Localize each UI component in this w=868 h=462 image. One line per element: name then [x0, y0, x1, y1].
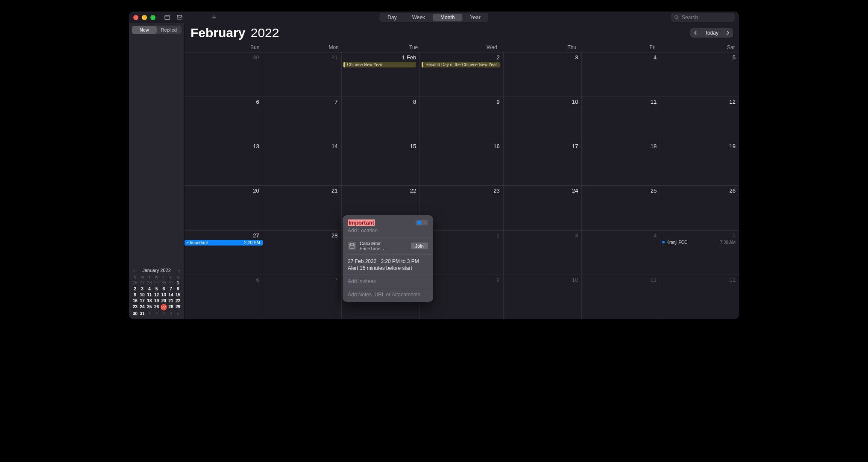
- timed-event[interactable]: • Important2:20 PM: [185, 240, 263, 246]
- event-title-input[interactable]: Important: [348, 219, 375, 226]
- mini-day-cell[interactable]: 2: [153, 311, 160, 316]
- mini-day-cell[interactable]: 18: [146, 298, 153, 304]
- mini-day-cell[interactable]: 12: [153, 292, 160, 298]
- join-button[interactable]: Join: [411, 243, 428, 249]
- calendar-picker[interactable]: ⌄: [416, 220, 428, 225]
- mini-day-cell[interactable]: 25: [146, 304, 153, 310]
- date-time-section[interactable]: 27 Feb 2022 2:20 PM to 3 PM Alert 15 min…: [343, 255, 433, 275]
- mini-day-cell[interactable]: 3: [139, 286, 146, 292]
- day-cell[interactable]: 26: [660, 185, 739, 230]
- mini-day-cell[interactable]: 17: [139, 298, 146, 304]
- calendar-list-icon[interactable]: [164, 14, 170, 20]
- mini-day-cell[interactable]: 4: [167, 311, 175, 316]
- day-cell[interactable]: 12: [660, 96, 739, 141]
- search-field[interactable]: [671, 13, 735, 22]
- view-year[interactable]: Year: [462, 14, 488, 21]
- inbox-icon[interactable]: [176, 14, 183, 20]
- day-cell[interactable]: 8: [342, 96, 420, 141]
- mini-next-button[interactable]: ›: [177, 268, 182, 273]
- mini-day-cell[interactable]: 19: [153, 298, 160, 304]
- mini-day-cell[interactable]: 4: [146, 286, 153, 292]
- allday-event[interactable]: Chinese New Year: [343, 62, 416, 67]
- day-cell[interactable]: 12: [660, 275, 739, 319]
- day-cell[interactable]: 6: [185, 275, 263, 319]
- mini-day-cell[interactable]: 28: [146, 280, 153, 286]
- next-month-button[interactable]: [723, 30, 733, 36]
- mini-day-cell[interactable]: 1: [146, 311, 153, 316]
- mini-day-cell[interactable]: 2: [132, 286, 139, 292]
- mini-day-cell[interactable]: 24: [139, 304, 146, 310]
- mini-day-cell[interactable]: 27: [161, 304, 167, 310]
- mini-day-cell[interactable]: 29: [153, 280, 160, 286]
- dot-event[interactable]: Kranji FCC7:30 AM: [662, 240, 736, 245]
- day-cell[interactable]: 11: [582, 275, 660, 319]
- mini-day-cell[interactable]: 26: [153, 304, 160, 310]
- minimize-button[interactable]: [142, 15, 147, 20]
- mini-day-cell[interactable]: 29: [174, 304, 182, 310]
- tab-replied[interactable]: Replied: [157, 26, 182, 34]
- mini-day-cell[interactable]: 10: [139, 292, 146, 298]
- mini-day-cell[interactable]: 27: [139, 280, 146, 286]
- video-call-picker[interactable]: Calculator FaceTime ⌄: [360, 241, 411, 251]
- day-cell[interactable]: 14: [263, 141, 342, 185]
- day-cell[interactable]: 1 FebChinese New Year: [342, 52, 420, 96]
- day-cell[interactable]: 4: [582, 52, 660, 96]
- day-cell[interactable]: 10: [504, 96, 582, 141]
- view-month[interactable]: Month: [433, 14, 462, 21]
- day-cell[interactable]: 27• Important2:20 PM: [185, 230, 263, 275]
- notes-input[interactable]: Add Notes, URL or Attachments: [343, 288, 433, 302]
- mini-day-cell[interactable]: 31: [139, 311, 146, 316]
- mini-day-cell[interactable]: 14: [167, 292, 175, 298]
- day-cell[interactable]: 5: [660, 52, 739, 96]
- day-cell[interactable]: 3: [504, 230, 582, 275]
- day-cell[interactable]: 7: [263, 275, 342, 319]
- view-week[interactable]: Week: [405, 14, 433, 21]
- mini-day-cell[interactable]: 5: [174, 311, 182, 316]
- mini-day-cell[interactable]: 21: [167, 298, 175, 304]
- mini-prev-button[interactable]: ‹: [132, 268, 136, 273]
- mini-day-cell[interactable]: 5: [153, 286, 160, 292]
- mini-day-cell[interactable]: 11: [146, 292, 153, 298]
- day-cell[interactable]: 6: [185, 96, 263, 141]
- day-cell[interactable]: 5Kranji FCC7:30 AM: [660, 230, 739, 275]
- mini-day-cell[interactable]: 23: [132, 304, 139, 310]
- day-cell[interactable]: 10: [504, 275, 582, 319]
- day-cell[interactable]: 18: [582, 141, 660, 185]
- invitees-input[interactable]: Add Invitees: [343, 275, 433, 288]
- mini-day-cell[interactable]: 6: [160, 286, 167, 292]
- day-cell[interactable]: 21: [263, 185, 342, 230]
- close-button[interactable]: [133, 15, 138, 20]
- mini-day-cell[interactable]: 22: [174, 298, 182, 304]
- day-cell[interactable]: 16: [420, 141, 503, 185]
- day-cell[interactable]: 25: [582, 185, 660, 230]
- day-cell[interactable]: 9: [420, 96, 503, 141]
- day-cell[interactable]: 20: [185, 185, 263, 230]
- mini-day-cell[interactable]: 9: [132, 292, 139, 298]
- view-day[interactable]: Day: [380, 14, 404, 21]
- day-cell[interactable]: 24: [504, 185, 582, 230]
- mini-day-cell[interactable]: 30: [160, 280, 167, 286]
- day-cell[interactable]: 15: [342, 141, 420, 185]
- mini-day-cell[interactable]: 20: [160, 298, 167, 304]
- day-cell[interactable]: 13: [185, 141, 263, 185]
- day-cell[interactable]: 30: [185, 52, 263, 96]
- mini-day-cell[interactable]: 13: [160, 292, 167, 298]
- day-cell[interactable]: 31: [263, 52, 342, 96]
- search-input[interactable]: [682, 15, 731, 20]
- day-cell[interactable]: 2Second Day of the Chinese New Year: [420, 52, 503, 96]
- mini-day-cell[interactable]: 26: [132, 280, 139, 286]
- mini-day-cell[interactable]: 1: [174, 280, 182, 286]
- mini-day-cell[interactable]: 28: [167, 304, 175, 310]
- day-cell[interactable]: 3: [504, 52, 582, 96]
- mini-day-cell[interactable]: 30: [132, 311, 139, 316]
- mini-day-cell[interactable]: 16: [132, 298, 139, 304]
- fullscreen-button[interactable]: [150, 15, 155, 20]
- day-cell[interactable]: 28: [263, 230, 342, 275]
- day-cell[interactable]: 7: [263, 96, 342, 141]
- mini-day-cell[interactable]: 31: [167, 280, 175, 286]
- day-cell[interactable]: 17: [504, 141, 582, 185]
- location-input[interactable]: Add Location: [348, 228, 428, 234]
- prev-month-button[interactable]: [690, 30, 701, 36]
- mini-day-cell[interactable]: 7: [167, 286, 175, 292]
- allday-event[interactable]: Second Day of the Chinese New Year: [422, 62, 499, 67]
